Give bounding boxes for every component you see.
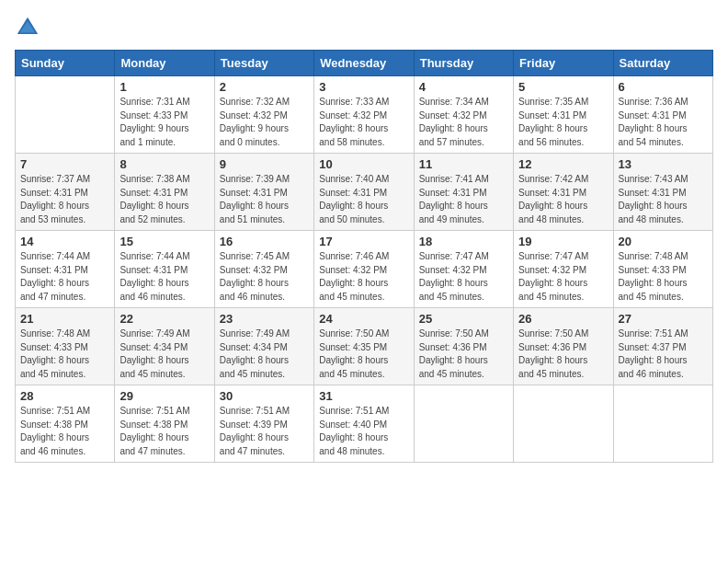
day-number: 21 xyxy=(20,312,109,326)
weekday-header-sunday: Sunday xyxy=(16,51,115,76)
day-cell: 20Sunrise: 7:48 AMSunset: 4:33 PMDayligh… xyxy=(613,231,712,308)
day-number: 1 xyxy=(119,80,209,94)
day-info: Sunrise: 7:49 AMSunset: 4:34 PMDaylight:… xyxy=(220,327,309,381)
day-info: Sunrise: 7:50 AMSunset: 4:36 PMDaylight:… xyxy=(419,327,508,381)
day-cell: 16Sunrise: 7:45 AMSunset: 4:32 PMDayligh… xyxy=(214,231,313,308)
day-cell: 23Sunrise: 7:49 AMSunset: 4:34 PMDayligh… xyxy=(214,308,313,385)
day-cell: 1Sunrise: 7:31 AMSunset: 4:33 PMDaylight… xyxy=(115,76,214,154)
day-info: Sunrise: 7:32 AMSunset: 4:32 PMDaylight:… xyxy=(220,96,309,149)
day-cell: 13Sunrise: 7:43 AMSunset: 4:31 PMDayligh… xyxy=(613,154,712,231)
day-info: Sunrise: 7:50 AMSunset: 4:36 PMDaylight:… xyxy=(518,327,608,381)
day-cell: 29Sunrise: 7:51 AMSunset: 4:38 PMDayligh… xyxy=(115,385,214,463)
day-cell: 5Sunrise: 7:35 AMSunset: 4:31 PMDaylight… xyxy=(514,76,613,154)
day-cell xyxy=(514,385,613,463)
day-cell: 14Sunrise: 7:44 AMSunset: 4:31 PMDayligh… xyxy=(16,231,115,308)
header xyxy=(15,15,713,40)
day-cell: 9Sunrise: 7:39 AMSunset: 4:31 PMDaylight… xyxy=(214,154,313,231)
day-info: Sunrise: 7:35 AMSunset: 4:31 PMDaylight:… xyxy=(518,96,608,149)
day-number: 30 xyxy=(220,389,309,403)
page-container: SundayMondayTuesdayWednesdayThursdayFrid… xyxy=(0,0,728,472)
week-row-0: 1Sunrise: 7:31 AMSunset: 4:33 PMDaylight… xyxy=(16,76,713,154)
day-cell: 4Sunrise: 7:34 AMSunset: 4:32 PMDaylight… xyxy=(414,76,513,154)
weekday-header-thursday: Thursday xyxy=(414,51,513,76)
day-cell: 12Sunrise: 7:42 AMSunset: 4:31 PMDayligh… xyxy=(514,154,613,231)
day-number: 7 xyxy=(20,157,109,171)
day-number: 12 xyxy=(518,157,608,171)
day-cell: 6Sunrise: 7:36 AMSunset: 4:31 PMDaylight… xyxy=(613,76,712,154)
weekday-header-wednesday: Wednesday xyxy=(314,51,414,76)
day-cell: 24Sunrise: 7:50 AMSunset: 4:35 PMDayligh… xyxy=(314,308,414,385)
day-info: Sunrise: 7:51 AMSunset: 4:38 PMDaylight:… xyxy=(119,405,209,458)
day-cell: 17Sunrise: 7:46 AMSunset: 4:32 PMDayligh… xyxy=(314,231,414,308)
day-info: Sunrise: 7:38 AMSunset: 4:31 PMDaylight:… xyxy=(119,173,209,226)
logo-icon xyxy=(15,15,40,40)
day-info: Sunrise: 7:39 AMSunset: 4:31 PMDaylight:… xyxy=(220,173,309,226)
week-row-4: 28Sunrise: 7:51 AMSunset: 4:38 PMDayligh… xyxy=(16,385,713,463)
day-number: 2 xyxy=(220,80,309,94)
day-cell: 21Sunrise: 7:48 AMSunset: 4:33 PMDayligh… xyxy=(16,308,115,385)
day-info: Sunrise: 7:36 AMSunset: 4:31 PMDaylight:… xyxy=(619,96,708,149)
day-info: Sunrise: 7:44 AMSunset: 4:31 PMDaylight:… xyxy=(20,250,109,304)
day-number: 20 xyxy=(619,235,708,248)
day-info: Sunrise: 7:50 AMSunset: 4:35 PMDaylight:… xyxy=(319,327,408,381)
day-number: 9 xyxy=(220,157,309,171)
day-info: Sunrise: 7:48 AMSunset: 4:33 PMDaylight:… xyxy=(20,327,109,381)
weekday-header-row: SundayMondayTuesdayWednesdayThursdayFrid… xyxy=(16,51,713,76)
day-number: 18 xyxy=(419,235,508,248)
day-number: 26 xyxy=(518,312,608,326)
day-info: Sunrise: 7:41 AMSunset: 4:31 PMDaylight:… xyxy=(419,173,508,226)
day-info: Sunrise: 7:40 AMSunset: 4:31 PMDaylight:… xyxy=(319,173,408,226)
day-cell: 19Sunrise: 7:47 AMSunset: 4:32 PMDayligh… xyxy=(514,231,613,308)
day-cell: 25Sunrise: 7:50 AMSunset: 4:36 PMDayligh… xyxy=(414,308,513,385)
day-info: Sunrise: 7:51 AMSunset: 4:38 PMDaylight:… xyxy=(20,405,109,458)
day-number: 28 xyxy=(20,389,109,403)
day-cell: 3Sunrise: 7:33 AMSunset: 4:32 PMDaylight… xyxy=(314,76,414,154)
day-info: Sunrise: 7:46 AMSunset: 4:32 PMDaylight:… xyxy=(319,250,408,304)
day-cell: 31Sunrise: 7:51 AMSunset: 4:40 PMDayligh… xyxy=(314,385,414,463)
day-cell: 2Sunrise: 7:32 AMSunset: 4:32 PMDaylight… xyxy=(214,76,313,154)
day-cell: 15Sunrise: 7:44 AMSunset: 4:31 PMDayligh… xyxy=(115,231,214,308)
day-number: 17 xyxy=(319,235,408,248)
day-info: Sunrise: 7:43 AMSunset: 4:31 PMDaylight:… xyxy=(619,173,708,226)
logo xyxy=(15,15,46,40)
day-info: Sunrise: 7:34 AMSunset: 4:32 PMDaylight:… xyxy=(419,96,508,149)
day-info: Sunrise: 7:48 AMSunset: 4:33 PMDaylight:… xyxy=(619,250,708,304)
day-cell xyxy=(613,385,712,463)
day-cell: 18Sunrise: 7:47 AMSunset: 4:32 PMDayligh… xyxy=(414,231,513,308)
day-number: 16 xyxy=(220,235,309,248)
day-info: Sunrise: 7:51 AMSunset: 4:39 PMDaylight:… xyxy=(220,405,309,458)
day-cell: 27Sunrise: 7:51 AMSunset: 4:37 PMDayligh… xyxy=(613,308,712,385)
day-info: Sunrise: 7:47 AMSunset: 4:32 PMDaylight:… xyxy=(518,250,608,304)
day-info: Sunrise: 7:47 AMSunset: 4:32 PMDaylight:… xyxy=(419,250,508,304)
day-cell: 30Sunrise: 7:51 AMSunset: 4:39 PMDayligh… xyxy=(214,385,313,463)
day-cell: 8Sunrise: 7:38 AMSunset: 4:31 PMDaylight… xyxy=(115,154,214,231)
week-row-2: 14Sunrise: 7:44 AMSunset: 4:31 PMDayligh… xyxy=(16,231,713,308)
day-number: 25 xyxy=(419,312,508,326)
day-number: 15 xyxy=(119,235,209,248)
day-number: 6 xyxy=(619,80,708,94)
day-cell: 26Sunrise: 7:50 AMSunset: 4:36 PMDayligh… xyxy=(514,308,613,385)
day-number: 8 xyxy=(119,157,209,171)
day-number: 5 xyxy=(518,80,608,94)
day-number: 3 xyxy=(319,80,408,94)
day-info: Sunrise: 7:33 AMSunset: 4:32 PMDaylight:… xyxy=(319,96,408,149)
weekday-header-monday: Monday xyxy=(115,51,214,76)
day-cell: 7Sunrise: 7:37 AMSunset: 4:31 PMDaylight… xyxy=(16,154,115,231)
day-cell xyxy=(16,76,115,154)
day-number: 4 xyxy=(419,80,508,94)
day-number: 14 xyxy=(20,235,109,248)
weekday-header-friday: Friday xyxy=(514,51,613,76)
day-info: Sunrise: 7:37 AMSunset: 4:31 PMDaylight:… xyxy=(20,173,109,226)
day-number: 23 xyxy=(220,312,309,326)
day-number: 22 xyxy=(119,312,209,326)
day-number: 29 xyxy=(119,389,209,403)
day-cell: 28Sunrise: 7:51 AMSunset: 4:38 PMDayligh… xyxy=(16,385,115,463)
day-info: Sunrise: 7:44 AMSunset: 4:31 PMDaylight:… xyxy=(119,250,209,304)
day-cell: 11Sunrise: 7:41 AMSunset: 4:31 PMDayligh… xyxy=(414,154,513,231)
week-row-1: 7Sunrise: 7:37 AMSunset: 4:31 PMDaylight… xyxy=(16,154,713,231)
day-info: Sunrise: 7:42 AMSunset: 4:31 PMDaylight:… xyxy=(518,173,608,226)
day-cell xyxy=(414,385,513,463)
day-info: Sunrise: 7:49 AMSunset: 4:34 PMDaylight:… xyxy=(119,327,209,381)
weekday-header-tuesday: Tuesday xyxy=(214,51,313,76)
day-cell: 10Sunrise: 7:40 AMSunset: 4:31 PMDayligh… xyxy=(314,154,414,231)
